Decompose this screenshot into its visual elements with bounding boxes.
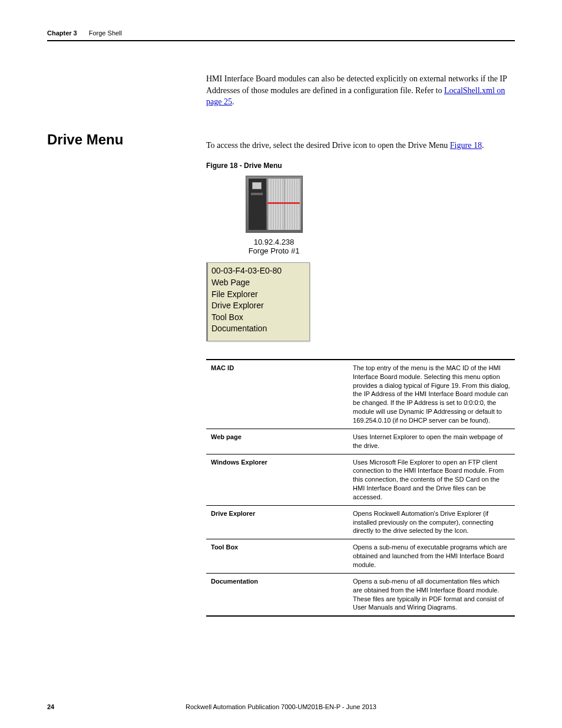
intro-text-after: . — [232, 97, 234, 106]
section-intro-before: To access the drive, select the desired … — [206, 141, 450, 150]
term-macid: MAC ID — [206, 360, 348, 429]
menu-item-webpage[interactable]: Web Page — [211, 277, 306, 289]
desc-windows-explorer: Uses Microsoft File Explorer to open an … — [348, 454, 515, 505]
term-webpage: Web page — [206, 429, 348, 454]
menu-description-table: MAC ID The top entry of the menu is the … — [206, 359, 515, 617]
drive-name: Forge Proto #1 — [224, 246, 324, 255]
table-row: Web page Uses Internet Explorer to open … — [206, 429, 515, 454]
desc-webpage: Uses Internet Explorer to open the main … — [348, 429, 515, 454]
section-intro: To access the drive, select the desired … — [206, 140, 515, 151]
menu-item-toolbox[interactable]: Tool Box — [211, 312, 306, 324]
section-heading: Drive Menu — [47, 131, 183, 148]
header-title: Forge Shell — [89, 29, 122, 37]
term-documentation: Documentation — [206, 573, 348, 616]
page-number: 24 — [47, 703, 54, 710]
page-header: Chapter 3 Forge Shell — [47, 29, 515, 41]
menu-item-file-explorer[interactable]: File Explorer — [211, 289, 306, 301]
drive-cabinet-icon — [246, 176, 303, 233]
table-row: Drive Explorer Opens Rockwell Automation… — [206, 505, 515, 539]
menu-item-documentation[interactable]: Documentation — [211, 323, 306, 335]
publication-line: Rockwell Automation Publication 7000-UM2… — [47, 703, 515, 710]
table-row: Windows Explorer Uses Microsoft File Exp… — [206, 454, 515, 505]
menu-item-drive-explorer[interactable]: Drive Explorer — [211, 300, 306, 312]
context-menu: 00-03-F4-03-E0-80 Web Page File Explorer… — [206, 262, 310, 341]
section-intro-after: . — [482, 141, 484, 150]
table-row: Tool Box Opens a sub-menu of executable … — [206, 539, 515, 574]
term-windows-explorer: Windows Explorer — [206, 454, 348, 505]
page-footer: 24 Rockwell Automation Publication 7000-… — [47, 703, 515, 710]
header-chapter: Chapter 3 — [47, 29, 77, 37]
desc-drive-explorer: Opens Rockwell Automation's Drive Explor… — [348, 505, 515, 539]
term-drive-explorer: Drive Explorer — [206, 505, 348, 539]
desc-documentation: Opens a sub-menu of all documentation fi… — [348, 573, 515, 616]
desc-macid: The top entry of the menu is the MAC ID … — [348, 360, 515, 429]
figure-caption: Figure 18 - Drive Menu — [206, 162, 515, 170]
table-row: Documentation Opens a sub-menu of all do… — [206, 573, 515, 616]
drive-icon[interactable]: 10.92.4.238 Forge Proto #1 — [224, 176, 324, 255]
desc-toolbox: Opens a sub-menu of executable programs … — [348, 539, 515, 574]
drive-ip: 10.92.4.238 — [224, 238, 324, 246]
table-row: MAC ID The top entry of the menu is the … — [206, 360, 515, 429]
menu-item-macid[interactable]: 00-03-F4-03-E0-80 — [211, 265, 306, 277]
figure-link[interactable]: Figure 18 — [450, 141, 482, 150]
intro-paragraph: HMI Interface Board modules can also be … — [206, 73, 515, 108]
term-toolbox: Tool Box — [206, 539, 348, 574]
